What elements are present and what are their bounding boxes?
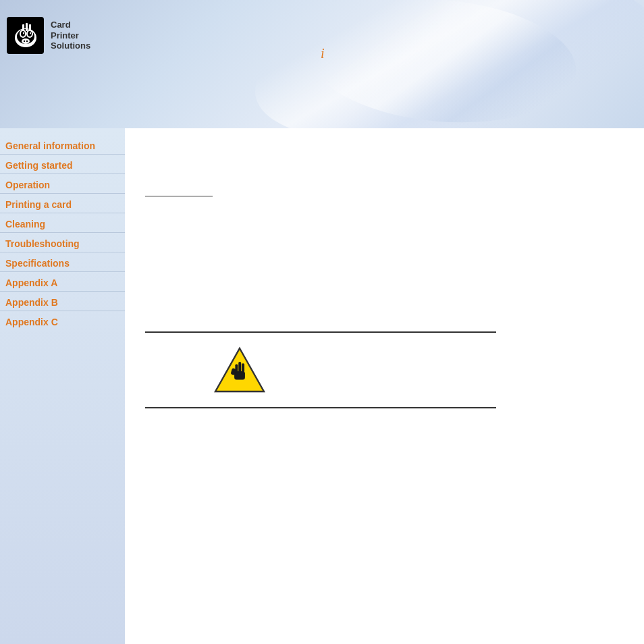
svg-rect-12	[22, 24, 24, 31]
svg-point-11	[26, 40, 27, 41]
main-content	[125, 128, 644, 644]
logo-text: Card Printer Solutions	[51, 20, 90, 51]
header: Card Printer Solutions i	[0, 0, 644, 128]
sidebar-item-getting-started[interactable]: Getting started	[0, 155, 125, 174]
sidebar-item-general-information[interactable]: General information	[0, 135, 125, 155]
sidebar-item-appendix-b[interactable]: Appendix B	[0, 292, 125, 311]
logo-line-3: Solutions	[51, 41, 90, 51]
sidebar-item-specifications[interactable]: Specifications	[0, 252, 125, 272]
info-icon[interactable]: i	[321, 46, 325, 61]
logo-line-2: Printer	[51, 30, 90, 41]
svg-rect-19	[242, 363, 244, 373]
svg-point-5	[21, 31, 25, 36]
sidebar-item-appendix-c[interactable]: Appendix C	[0, 311, 125, 330]
svg-point-9	[22, 38, 30, 44]
warning-icon-container	[213, 333, 624, 407]
content-line-top	[145, 196, 213, 196]
zebra-logo	[7, 17, 44, 54]
svg-rect-18	[238, 362, 241, 373]
svg-point-7	[23, 32, 24, 34]
sidebar-item-appendix-a[interactable]: Appendix A	[0, 272, 125, 292]
sidebar-item-cleaning[interactable]: Cleaning	[0, 213, 125, 233]
svg-point-10	[23, 40, 24, 41]
svg-point-8	[30, 32, 31, 34]
svg-point-6	[28, 31, 32, 36]
logo-line-1: Card	[51, 20, 90, 30]
svg-rect-14	[29, 24, 31, 31]
sidebar: General information Getting started Oper…	[0, 128, 125, 644]
svg-rect-16	[234, 371, 245, 379]
warning-icon	[213, 343, 267, 397]
sidebar-item-operation[interactable]: Operation	[0, 174, 125, 194]
logo-area: Card Printer Solutions	[7, 17, 90, 54]
sidebar-item-printing-a-card[interactable]: Printing a card	[0, 194, 125, 213]
sidebar-item-troubleshooting[interactable]: Troubleshooting	[0, 233, 125, 252]
divider-bottom	[145, 407, 496, 408]
svg-rect-13	[26, 23, 28, 31]
